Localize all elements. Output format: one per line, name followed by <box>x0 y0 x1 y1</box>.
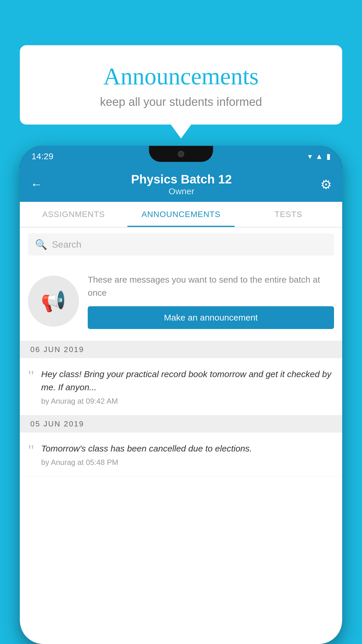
app-bar: ← Physics Batch 12 Owner ⚙ <box>20 167 342 202</box>
announcement-right: These are messages you want to send to t… <box>88 273 334 329</box>
wifi-icon: ▾ <box>308 152 312 161</box>
back-button[interactable]: ← <box>30 177 43 191</box>
megaphone-icon: 📢 <box>41 289 66 313</box>
quote-icon-2: " <box>28 443 34 458</box>
signal-icon: ▲ <box>315 152 323 161</box>
announcement-item-1: " Hey class! Bring your practical record… <box>20 358 342 415</box>
tab-announcements[interactable]: ANNOUNCEMENTS <box>127 202 235 227</box>
announcement-item-2: " Tomorrow's class has been cancelled du… <box>20 433 342 477</box>
date-divider-1: 06 JUN 2019 <box>20 341 342 358</box>
announcement-message-1: Hey class! Bring your practical record b… <box>41 368 334 394</box>
status-time: 14:29 <box>31 151 53 161</box>
speech-bubble: Announcements keep all your students inf… <box>20 45 342 125</box>
make-announcement-button[interactable]: Make an announcement <box>88 306 334 329</box>
phone-notch <box>149 146 213 162</box>
announcement-meta-1: by Anurag at 09:42 AM <box>41 397 334 406</box>
phone-screen: 14:29 ▾ ▲ ▮ ← Physics Batch 12 Owner ⚙ <box>20 146 342 644</box>
search-bar[interactable]: 🔍 Search <box>28 233 334 256</box>
date-divider-2: 05 JUN 2019 <box>20 415 342 433</box>
app-bar-center: Physics Batch 12 Owner <box>131 172 232 196</box>
search-icon: 🔍 <box>35 239 47 250</box>
front-camera <box>178 151 184 157</box>
screen-content: 🔍 Search 📢 These are messages you want t… <box>20 228 342 644</box>
announcement-text-wrap-2: Tomorrow's class has been cancelled due … <box>41 442 334 467</box>
quote-icon-1: " <box>28 369 34 384</box>
announcement-meta-2: by Anurag at 05:48 PM <box>41 458 334 467</box>
tab-assignments[interactable]: ASSIGNMENTS <box>20 202 127 227</box>
search-container: 🔍 Search <box>20 228 342 261</box>
announcement-prompt: 📢 These are messages you want to send to… <box>20 261 342 341</box>
status-bar: 14:29 ▾ ▲ ▮ <box>20 146 342 167</box>
announcement-message-2: Tomorrow's class has been cancelled due … <box>41 442 334 455</box>
phone-wrapper: 14:29 ▾ ▲ ▮ ← Physics Batch 12 Owner ⚙ <box>20 146 342 644</box>
app-bar-title: Physics Batch 12 <box>131 172 232 186</box>
bubble-subtitle: keep all your students informed <box>34 95 328 108</box>
speech-bubble-container: Announcements keep all your students inf… <box>20 45 342 125</box>
announcement-description: These are messages you want to send to t… <box>88 273 334 299</box>
search-placeholder: Search <box>52 239 81 250</box>
tab-tests[interactable]: TESTS <box>235 202 342 227</box>
tabs-bar: ASSIGNMENTS ANNOUNCEMENTS TESTS <box>20 202 342 228</box>
bubble-title: Announcements <box>34 63 328 90</box>
status-icons: ▾ ▲ ▮ <box>308 152 331 161</box>
phone-frame: 14:29 ▾ ▲ ▮ ← Physics Batch 12 Owner ⚙ <box>20 146 342 644</box>
app-bar-subtitle: Owner <box>131 186 232 196</box>
battery-icon: ▮ <box>326 152 331 161</box>
announcement-text-wrap-1: Hey class! Bring your practical record b… <box>41 368 334 406</box>
settings-icon[interactable]: ⚙ <box>320 177 332 192</box>
announcement-icon-circle: 📢 <box>28 276 79 327</box>
